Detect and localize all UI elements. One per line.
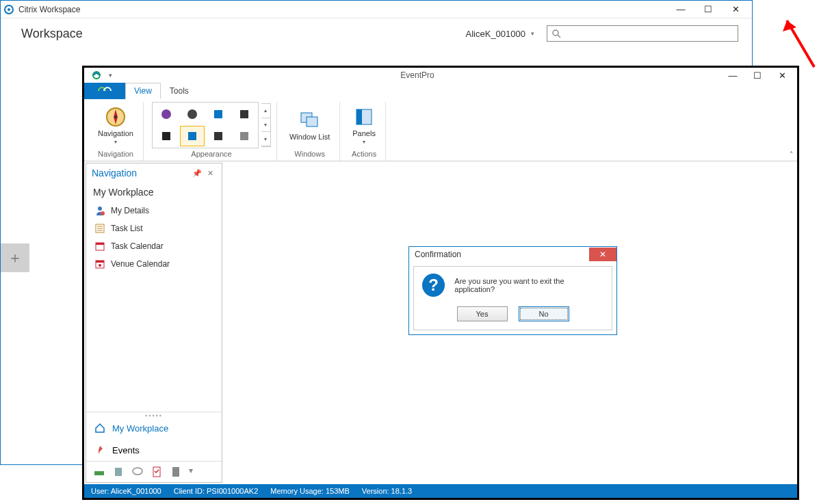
eventpro-minimize-button[interactable]: — bbox=[720, 68, 745, 82]
svg-rect-29 bbox=[96, 261, 104, 263]
bed-icon[interactable] bbox=[93, 466, 105, 478]
ribbon-group-appearance: ▴ ▾ ▾ Appearance bbox=[146, 102, 277, 161]
navigation-button[interactable]: Navigation ▾ bbox=[94, 105, 138, 146]
calendar-icon bbox=[94, 258, 105, 269]
svg-rect-27 bbox=[96, 243, 104, 245]
theme-option[interactable] bbox=[154, 126, 179, 146]
file-tab-icon bbox=[97, 86, 112, 96]
nav-bottom-events[interactable]: Events bbox=[86, 439, 222, 461]
citrix-user-label: AliceK_001000 bbox=[466, 29, 525, 39]
svg-rect-15 bbox=[240, 132, 248, 140]
ribbon-group-label-windows: Windows bbox=[294, 148, 325, 161]
tab-view[interactable]: View bbox=[125, 83, 161, 99]
citrix-minimize-button[interactable]: — bbox=[667, 1, 694, 18]
dialog-no-button[interactable]: No bbox=[519, 306, 569, 321]
status-user: User: AliceK_001000 bbox=[91, 487, 161, 495]
ribbon-tabs: View Tools bbox=[84, 83, 797, 99]
citrix-titlebar: Citrix Workspace — ☐ ✕ bbox=[1, 1, 752, 18]
theme-option[interactable] bbox=[232, 126, 257, 146]
svg-point-1 bbox=[8, 8, 10, 11]
svg-rect-19 bbox=[356, 109, 362, 124]
window-list-label: Window List bbox=[289, 133, 330, 141]
theme-option[interactable] bbox=[232, 104, 257, 124]
appearance-gallery[interactable] bbox=[152, 102, 259, 148]
window-list-button[interactable]: Window List bbox=[285, 108, 334, 142]
tab-tools[interactable]: Tools bbox=[161, 83, 198, 99]
dialog-yes-button[interactable]: Yes bbox=[457, 306, 508, 321]
svg-rect-32 bbox=[115, 468, 122, 476]
status-memory: Memory Usage: 153MB bbox=[270, 487, 350, 495]
ribbon-group-label-navigation: Navigation bbox=[98, 148, 133, 161]
nav-splitter[interactable]: ••••• bbox=[86, 412, 222, 417]
pin-icon[interactable]: 📌 bbox=[190, 169, 205, 178]
windows-icon bbox=[299, 109, 321, 131]
eventpro-window: ▾ EventPro — ☐ ✕ View Tools Navigation bbox=[82, 66, 799, 500]
theme-option[interactable] bbox=[154, 104, 179, 124]
panels-button[interactable]: Panels ▾ bbox=[348, 105, 380, 146]
ribbon-group-navigation: Navigation ▾ Navigation bbox=[88, 102, 144, 161]
qat-dropdown[interactable]: ▾ bbox=[106, 72, 114, 79]
nav-more-icon[interactable]: ▾ bbox=[189, 466, 193, 478]
eventpro-maximize-button[interactable]: ☐ bbox=[745, 68, 770, 82]
citrix-close-button[interactable]: ✕ bbox=[722, 1, 749, 18]
svg-rect-14 bbox=[214, 132, 222, 140]
question-icon: ? bbox=[422, 274, 445, 297]
ribbon-group-label-actions: Actions bbox=[352, 148, 376, 161]
building-icon[interactable] bbox=[112, 466, 125, 478]
nav-section-heading: My Workplace bbox=[86, 183, 222, 202]
theme-option[interactable] bbox=[180, 104, 205, 124]
gallery-expand-icon[interactable]: ▾ bbox=[261, 132, 270, 146]
calculator-icon[interactable] bbox=[170, 466, 182, 478]
citrix-search-input[interactable] bbox=[547, 25, 738, 42]
svg-rect-35 bbox=[172, 467, 179, 477]
ribbon-group-actions: Panels ▾ Actions bbox=[343, 102, 386, 161]
dialog-close-button[interactable]: ✕ bbox=[589, 248, 616, 261]
content-area: Confirmation ✕ ? Are you sure you want t… bbox=[224, 161, 797, 484]
nav-item-label: Venue Calendar bbox=[111, 259, 170, 269]
citrix-user-dropdown[interactable]: AliceK_001000 ▾ bbox=[466, 29, 534, 39]
scroll-down-icon[interactable]: ▾ bbox=[261, 118, 270, 133]
appearance-gallery-scroll[interactable]: ▴ ▾ ▾ bbox=[261, 103, 271, 147]
citrix-title: Citrix Workspace bbox=[18, 5, 80, 14]
citrix-add-button[interactable]: ＋ bbox=[1, 243, 29, 272]
nav-icon-row: ▾ bbox=[86, 461, 222, 482]
svg-point-21 bbox=[101, 211, 105, 215]
calendar-icon bbox=[94, 241, 105, 252]
search-icon bbox=[551, 29, 561, 38]
nav-item-task-calendar[interactable]: Task Calendar bbox=[86, 237, 222, 255]
ribbon-group-windows: Window List Windows bbox=[280, 102, 340, 161]
theme-option[interactable] bbox=[206, 104, 231, 124]
chevron-down-icon: ▾ bbox=[114, 139, 117, 145]
ribbon-collapse-button[interactable]: ˄ bbox=[790, 150, 793, 158]
eventpro-titlebar: ▾ EventPro — ☐ ✕ bbox=[84, 68, 797, 83]
status-version: Version: 18.1.3 bbox=[362, 487, 412, 495]
nav-item-my-details[interactable]: My Details bbox=[86, 202, 222, 220]
svg-point-8 bbox=[161, 109, 171, 119]
status-bar: User: AliceK_001000 Client ID: PSI001000… bbox=[84, 484, 797, 498]
nav-item-venue-calendar[interactable]: Venue Calendar bbox=[86, 255, 222, 273]
eventpro-title: EventPro bbox=[114, 70, 720, 80]
citrix-maximize-button[interactable]: ☐ bbox=[694, 1, 722, 18]
annotation-arrow bbox=[780, 12, 821, 74]
svg-line-3 bbox=[558, 35, 560, 38]
theme-option[interactable] bbox=[206, 126, 231, 146]
chat-icon[interactable] bbox=[131, 466, 144, 478]
svg-line-36 bbox=[787, 21, 814, 67]
chevron-down-icon: ▾ bbox=[531, 30, 534, 37]
clipboard-icon[interactable] bbox=[151, 466, 163, 478]
svg-point-7 bbox=[114, 116, 117, 118]
nav-bottom-label: My Workplace bbox=[112, 423, 168, 434]
chevron-down-icon: ▾ bbox=[363, 139, 365, 145]
close-icon[interactable]: ✕ bbox=[205, 169, 216, 178]
nav-item-label: Task List bbox=[111, 224, 143, 233]
svg-rect-12 bbox=[162, 132, 170, 140]
pin-icon bbox=[94, 445, 105, 455]
theme-option-selected[interactable] bbox=[180, 126, 205, 146]
scroll-up-icon[interactable]: ▴ bbox=[261, 104, 270, 118]
nav-bottom-my-workplace[interactable]: My Workplace bbox=[86, 417, 222, 439]
confirmation-dialog: Confirmation ✕ ? Are you sure you want t… bbox=[408, 246, 617, 335]
eventpro-close-button[interactable]: ✕ bbox=[770, 68, 794, 82]
home-icon bbox=[94, 423, 105, 434]
nav-item-task-list[interactable]: Task List bbox=[86, 220, 222, 237]
file-tab[interactable] bbox=[84, 83, 125, 99]
